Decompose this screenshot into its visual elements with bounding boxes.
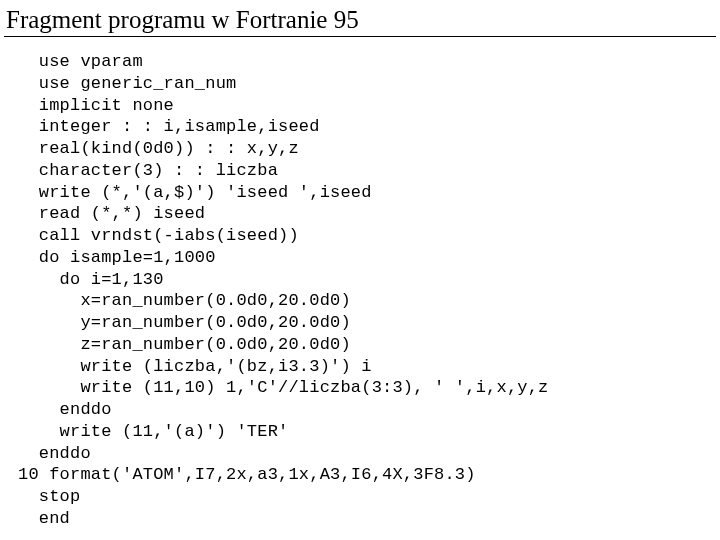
- code-block: use vparam use generic_ran_num implicit …: [4, 51, 716, 530]
- page-title: Fragment programu w Fortranie 95: [4, 6, 716, 34]
- divider: [4, 36, 716, 37]
